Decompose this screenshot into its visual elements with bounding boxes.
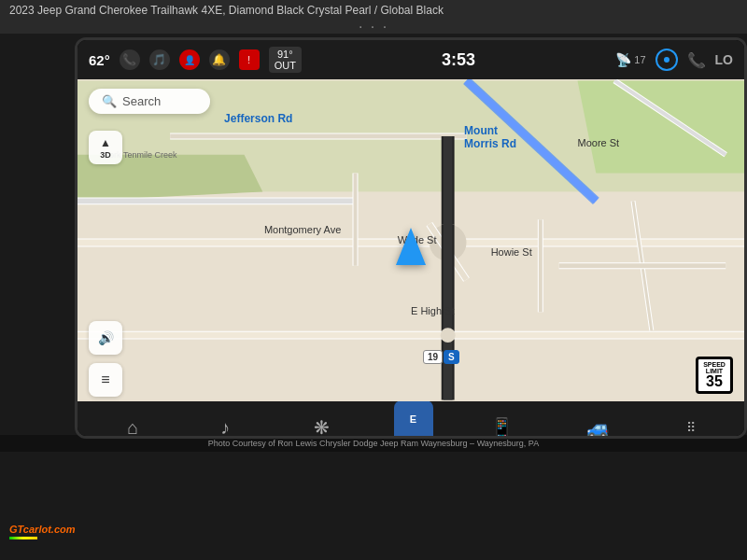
jefferson-rd-label: Jefferson Rd: [224, 112, 292, 125]
vehicle-icon: 🚙: [586, 416, 610, 439]
media-icon: ♪: [220, 417, 230, 439]
outside-temp-display: 91° OUT: [269, 47, 302, 73]
map-area[interactable]: Jefferson Rd MountMorris Rd Moore St For…: [78, 79, 744, 401]
search-text: Search: [122, 94, 161, 108]
nav-item-apps[interactable]: ⠿ Apps: [669, 415, 712, 439]
comfort-icon: ❋: [314, 416, 330, 439]
camera-icon[interactable]: 🎵: [149, 49, 170, 70]
svg-point-31: [441, 328, 456, 343]
search-icon: 🔍: [102, 94, 117, 108]
3d-map-button[interactable]: ▲ 3D: [89, 131, 122, 164]
nav-item-nav[interactable]: E A Nav: [394, 400, 433, 439]
road-badge-19: 19: [423, 350, 443, 364]
e-high-st-label: E High St: [411, 305, 454, 316]
sirius-display: 📡 17: [615, 52, 645, 67]
temperature-display: 62°: [89, 52, 110, 68]
gtcarlot-bar: [9, 537, 37, 539]
page-title-bar: 2023 Jeep Grand Cherokee Trailhawk 4XE, …: [0, 0, 747, 21]
howie-st-label: Howie St: [491, 246, 532, 258]
nav-item-home[interactable]: ⌂ Home: [109, 412, 157, 440]
page-title: 2023 Jeep Grand Cherokee Trailhawk 4XE, …: [9, 4, 444, 17]
apps-icon: ⠿: [686, 421, 696, 434]
home-icon: ⌂: [127, 417, 138, 439]
alert-icon[interactable]: !: [239, 49, 260, 70]
infotainment-screen: 62° 📞 🎵 👤 🔔 ! 91° OUT 3:53 📡 17 📞 LO: [75, 37, 747, 439]
montgomery-ave-label: Montgomery Ave: [264, 224, 341, 235]
nav-icon: E A: [410, 406, 417, 439]
volume-button[interactable]: 🔊: [89, 321, 122, 355]
handsfree-icon[interactable]: 📞: [687, 51, 706, 69]
gtcarlot-logo: GTcarlot.com: [9, 524, 76, 539]
nav-arrow: [396, 228, 426, 265]
nav-item-media[interactable]: ♪ Media: [201, 412, 248, 440]
clock-display: 3:53: [311, 50, 606, 70]
signal-strength: LO: [715, 52, 733, 67]
search-bar[interactable]: 🔍 Search: [89, 89, 210, 114]
apps-label: Apps: [680, 437, 701, 439]
svg-marker-3: [578, 80, 745, 173]
user-icon[interactable]: 👤: [179, 49, 200, 70]
dots-area: · · ·: [0, 21, 747, 34]
phone-nav-icon: 📱: [490, 416, 514, 439]
mount-morris-label: MountMorris Rd: [464, 124, 516, 150]
phone-icon[interactable]: 📞: [120, 49, 140, 70]
nav-item-vehicle[interactable]: 🚙 Vehicle: [571, 411, 624, 439]
direction-badge: S: [444, 350, 459, 364]
connected-icon[interactable]: [655, 49, 678, 71]
menu-button[interactable]: ≡: [89, 363, 122, 397]
status-right-icons: 📞 LO: [655, 49, 733, 71]
nav-item-phone[interactable]: 📱 Phone: [477, 411, 527, 439]
status-bar: 62° 📞 🎵 👤 🔔 ! 91° OUT 3:53 📡 17 📞 LO: [78, 40, 744, 79]
speed-limit-sign: SPEEDLIMIT 35: [696, 357, 733, 394]
bell-icon[interactable]: 🔔: [209, 49, 230, 70]
bottom-nav-bar: ⌂ Home ♪ Media ❋ Comfort E A Nav 📱 Phone…: [78, 401, 744, 439]
nav-item-comfort[interactable]: ❋ Comfort: [293, 411, 349, 439]
moore-st-label: Moore St: [578, 137, 620, 148]
